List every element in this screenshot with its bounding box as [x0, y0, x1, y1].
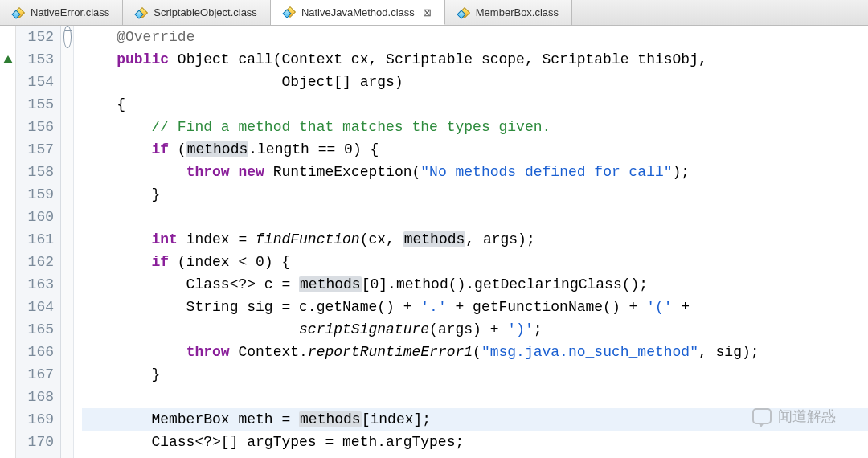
fold-cell — [61, 228, 73, 251]
gutter-mark — [0, 363, 15, 386]
line-number: 152 — [19, 26, 54, 48]
line-number: 156 — [19, 116, 54, 138]
code-line[interactable]: // Find a method that matches the types … — [82, 116, 868, 138]
line-number: 168 — [19, 386, 54, 408]
line-number: 164 — [19, 296, 54, 318]
tab-bar: NativeError.class ScriptableObject.class… — [0, 0, 868, 26]
line-number: 155 — [19, 93, 54, 116]
fold-cell — [61, 318, 73, 341]
gutter-mark — [0, 251, 15, 273]
fold-toggle-icon[interactable] — [63, 26, 72, 48]
code-line[interactable]: } — [82, 363, 868, 386]
gutter-mark — [0, 386, 15, 408]
fold-cell — [61, 206, 73, 228]
line-number: 158 — [19, 161, 54, 183]
gutter-mark — [0, 26, 15, 48]
tab-label: MemberBox.class — [476, 6, 559, 18]
java-class-icon — [284, 6, 297, 18]
gutter-mark — [0, 228, 15, 251]
fold-cell — [61, 431, 73, 453]
code-line[interactable]: int index = findFunction(cx, methods, ar… — [82, 228, 868, 251]
gutter-mark — [0, 408, 15, 431]
line-number-gutter: 1521531541551561571581591601611621631641… — [16, 26, 61, 458]
gutter-mark — [0, 161, 15, 183]
code-line[interactable]: Object[] args) — [82, 71, 868, 93]
line-number: 163 — [19, 273, 54, 296]
code-line[interactable]: MemberBox meth = methods[index]; — [82, 408, 868, 431]
line-number: 170 — [19, 431, 54, 453]
line-number: 157 — [19, 138, 54, 161]
gutter-mark — [0, 116, 15, 138]
fold-cell — [61, 408, 73, 431]
code-line[interactable]: if (methods.length == 0) { — [82, 138, 868, 161]
gutter-mark — [0, 296, 15, 318]
fold-cell — [61, 116, 73, 138]
fold-cell — [61, 251, 73, 273]
close-icon[interactable]: ⊠ — [423, 6, 432, 18]
java-class-icon — [13, 6, 26, 19]
code-line[interactable] — [82, 206, 868, 228]
fold-cell — [61, 138, 73, 161]
code-line[interactable]: if (index < 0) { — [82, 251, 868, 273]
tab-label: NativeJavaMethod.class — [301, 6, 415, 18]
java-class-icon — [458, 6, 471, 19]
code-line[interactable]: { — [82, 93, 868, 116]
line-number: 153 — [19, 48, 54, 71]
line-number: 154 — [19, 71, 54, 93]
tab-label: NativeError.class — [31, 6, 109, 18]
fold-cell — [61, 26, 73, 48]
wechat-icon — [752, 408, 772, 424]
gutter-mark — [0, 431, 15, 453]
line-number: 165 — [19, 318, 54, 341]
fold-cell — [61, 183, 73, 206]
tab-native-java-method[interactable]: NativeJavaMethod.class ⊠ — [271, 0, 445, 25]
gutter-mark — [0, 48, 15, 71]
tab-member-box[interactable]: MemberBox.class — [445, 0, 572, 25]
code-line[interactable]: Class<?> c = methods[0].method().getDecl… — [82, 273, 868, 296]
fold-gutter — [61, 26, 74, 458]
tab-label: ScriptableObject.class — [154, 6, 257, 18]
code-line[interactable]: throw new RuntimeException("No methods d… — [82, 161, 868, 183]
line-number: 167 — [19, 363, 54, 386]
line-number: 159 — [19, 183, 54, 206]
line-number: 169 — [19, 408, 54, 431]
override-marker-icon[interactable] — [3, 55, 13, 63]
tab-scriptable-object[interactable]: ScriptableObject.class — [123, 0, 271, 25]
fold-cell — [61, 386, 73, 408]
code-line[interactable] — [82, 386, 868, 408]
line-number: 160 — [19, 206, 54, 228]
fold-cell — [61, 71, 73, 93]
fold-cell — [61, 341, 73, 363]
code-line[interactable]: scriptSignature(args) + ')'; — [82, 318, 868, 341]
gutter-mark — [0, 273, 15, 296]
fold-cell — [61, 273, 73, 296]
fold-cell — [61, 48, 73, 71]
fold-cell — [61, 93, 73, 116]
code-area[interactable]: @Override public Object call(Context cx,… — [74, 26, 868, 458]
gutter-mark — [0, 138, 15, 161]
fold-cell — [61, 363, 73, 386]
tab-native-error[interactable]: NativeError.class — [0, 0, 123, 25]
code-line[interactable]: Class<?>[] argTypes = meth.argTypes; — [82, 431, 868, 453]
line-number: 161 — [19, 228, 54, 251]
line-number: 162 — [19, 251, 54, 273]
gutter-mark — [0, 183, 15, 206]
code-line[interactable]: } — [82, 183, 868, 206]
fold-cell — [61, 161, 73, 183]
java-class-icon — [136, 6, 149, 19]
watermark-text: 闻道解惑 — [778, 407, 836, 426]
gutter-mark — [0, 93, 15, 116]
gutter-mark — [0, 318, 15, 341]
marker-gutter — [0, 26, 16, 458]
fold-cell — [61, 296, 73, 318]
code-line[interactable]: public Object call(Context cx, Scriptabl… — [82, 48, 868, 71]
code-editor[interactable]: 1521531541551561571581591601611621631641… — [0, 26, 868, 458]
code-line[interactable]: throw Context.reportRuntimeError1("msg.j… — [82, 341, 868, 363]
code-line[interactable]: String sig = c.getName() + '.' + getFunc… — [82, 296, 868, 318]
gutter-mark — [0, 341, 15, 363]
code-line[interactable]: @Override — [82, 26, 868, 48]
line-number: 166 — [19, 341, 54, 363]
watermark: 闻道解惑 — [752, 407, 836, 426]
gutter-mark — [0, 206, 15, 228]
gutter-mark — [0, 71, 15, 93]
